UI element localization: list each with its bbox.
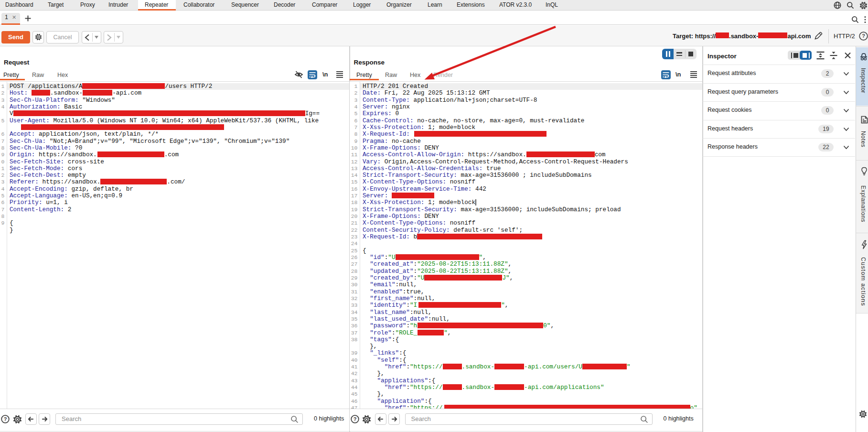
svg-text:?: ? [353, 416, 356, 422]
svg-text:?: ? [862, 33, 865, 39]
svg-text:?: ? [4, 416, 7, 422]
